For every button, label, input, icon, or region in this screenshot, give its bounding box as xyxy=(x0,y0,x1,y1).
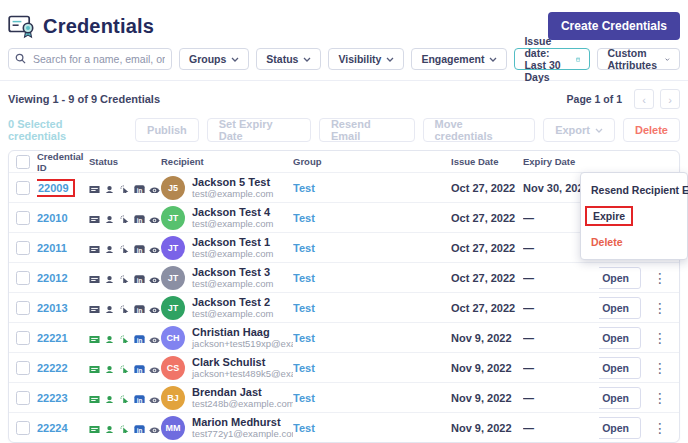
chevron-down-icon xyxy=(665,57,670,62)
row-checkbox[interactable] xyxy=(16,331,30,345)
row-checkbox[interactable] xyxy=(16,271,30,285)
menu-item-resend-recipient-email[interactable]: Resend Recipient Email xyxy=(581,178,687,202)
row-checkbox[interactable] xyxy=(16,241,30,255)
menu-item-delete[interactable]: Delete xyxy=(581,230,687,254)
pointer-click-icon xyxy=(119,332,130,343)
col-status: Status xyxy=(89,156,161,167)
credential-id-link[interactable]: 22221 xyxy=(37,332,68,344)
status-icons: in xyxy=(89,332,161,343)
credential-id-link[interactable]: 22012 xyxy=(37,272,68,284)
group-link[interactable]: Test xyxy=(293,332,315,344)
kebab-menu-icon[interactable]: ⋮ xyxy=(650,300,670,316)
search-input[interactable] xyxy=(8,48,172,70)
avatar: CS xyxy=(161,356,185,380)
linkedin-icon: in xyxy=(134,242,145,253)
filter-dropdown-groups[interactable]: Groups xyxy=(179,48,249,70)
kebab-menu-icon[interactable]: ⋮ xyxy=(650,330,670,346)
recipient-name: Marion Medhurst xyxy=(192,416,293,428)
credential-id-link[interactable]: 22010 xyxy=(37,212,68,224)
linkedin-icon: in xyxy=(134,182,145,193)
calendar-icon xyxy=(576,54,580,65)
row-checkbox[interactable] xyxy=(16,181,30,195)
kebab-menu-icon[interactable]: ⋮ xyxy=(650,360,670,376)
linkedin-icon: in xyxy=(134,272,145,283)
avatar: J5 xyxy=(161,176,185,200)
chevron-down-icon xyxy=(231,57,239,62)
next-page-button[interactable]: › xyxy=(660,89,680,109)
open-button[interactable]: Open xyxy=(599,387,641,409)
publish-button[interactable]: Publish xyxy=(135,118,199,142)
group-link[interactable]: Test xyxy=(293,182,315,194)
avatar: CH xyxy=(161,326,185,350)
menu-item-expire[interactable]: Expire xyxy=(581,202,687,230)
credential-id-link[interactable]: 22011 xyxy=(37,242,67,254)
filter-label: Visibility xyxy=(338,53,381,65)
select-all-checkbox[interactable] xyxy=(16,155,30,169)
table-header-row: Credential ID Status Recipient Group Iss… xyxy=(9,151,679,172)
message-icon xyxy=(89,392,100,403)
kebab-menu-icon[interactable]: ⋮ xyxy=(650,420,670,436)
filter-dropdown-engagement[interactable]: Engagement xyxy=(411,48,507,70)
open-button[interactable]: Open xyxy=(599,297,641,319)
delete-button[interactable]: Delete xyxy=(623,118,680,142)
row-checkbox[interactable] xyxy=(16,421,30,435)
credential-id-link[interactable]: 22013 xyxy=(37,302,68,314)
issue-date: Nov 9, 2022 xyxy=(451,362,523,374)
kebab-menu-icon[interactable]: ⋮ xyxy=(650,390,670,406)
credential-id-link[interactable]: 22009 xyxy=(37,179,75,197)
set-expiry-date-button[interactable]: Set Expiry Date xyxy=(207,118,311,142)
issue-date-filter-chip[interactable]: Issue date: Last 30 Days xyxy=(514,48,590,70)
prev-page-button[interactable]: ‹ xyxy=(634,89,654,109)
row-checkbox[interactable] xyxy=(16,361,30,375)
row-checkbox[interactable] xyxy=(16,391,30,405)
search-box xyxy=(8,48,172,70)
recipient-email: test@example.com xyxy=(192,248,273,259)
kebab-menu-icon[interactable]: ⋮ xyxy=(650,270,670,286)
group-link[interactable]: Test xyxy=(293,212,315,224)
svg-text:in: in xyxy=(137,367,143,373)
eye-icon xyxy=(149,332,160,343)
chevron-down-icon xyxy=(595,128,603,133)
custom-attributes-label: Custom Attributes xyxy=(607,47,660,71)
issue-date: Nov 9, 2022 xyxy=(451,422,523,434)
credential-id-link[interactable]: 22224 xyxy=(37,422,68,434)
avatar: MM xyxy=(161,416,185,440)
move-credentials-button[interactable]: Move credentials xyxy=(423,118,536,142)
avatar: JT xyxy=(161,236,185,260)
group-link[interactable]: Test xyxy=(293,302,315,314)
pointer-click-icon xyxy=(119,302,130,313)
open-button[interactable]: Open xyxy=(599,267,641,289)
person-icon xyxy=(104,212,115,223)
open-button[interactable]: Open xyxy=(599,327,641,349)
message-icon xyxy=(89,182,100,193)
resend-email-button[interactable]: Resend Email xyxy=(319,118,415,142)
filter-dropdown-status[interactable]: Status xyxy=(256,48,321,70)
group-link[interactable]: Test xyxy=(293,422,315,434)
group-link[interactable]: Test xyxy=(293,392,315,404)
group-link[interactable]: Test xyxy=(293,362,315,374)
open-button[interactable]: Open xyxy=(599,417,641,439)
person-icon xyxy=(104,242,115,253)
row-checkbox[interactable] xyxy=(16,211,30,225)
group-link[interactable]: Test xyxy=(293,272,315,284)
row-checkbox[interactable] xyxy=(16,301,30,315)
recipient-name: Jackson Test 1 xyxy=(192,236,273,248)
col-issue-date: Issue Date xyxy=(451,156,523,167)
credential-id-link[interactable]: 22222 xyxy=(37,362,68,374)
divider xyxy=(0,80,688,81)
open-button[interactable]: Open xyxy=(599,357,641,379)
row-actions-menu: Resend Recipient EmailExpireDelete xyxy=(580,172,688,260)
pointer-click-icon xyxy=(119,182,130,193)
recipient-email: test772y1@example.com xyxy=(192,428,293,439)
issue-date: Oct 27, 2022 xyxy=(451,272,523,284)
export-button[interactable]: Export xyxy=(543,118,615,142)
expiry-date: — xyxy=(523,272,599,284)
credential-id-link[interactable]: 22223 xyxy=(37,392,68,404)
chevron-down-icon xyxy=(489,57,497,62)
filter-dropdown-visibility[interactable]: Visibility xyxy=(328,48,404,70)
recipient-email: jackson+test489k5@example.com xyxy=(192,368,293,379)
recipient-email: test@example.com xyxy=(192,188,273,199)
custom-attributes-filter-chip[interactable]: Custom Attributes xyxy=(597,48,680,70)
pointer-click-icon xyxy=(119,212,130,223)
group-link[interactable]: Test xyxy=(293,242,315,254)
